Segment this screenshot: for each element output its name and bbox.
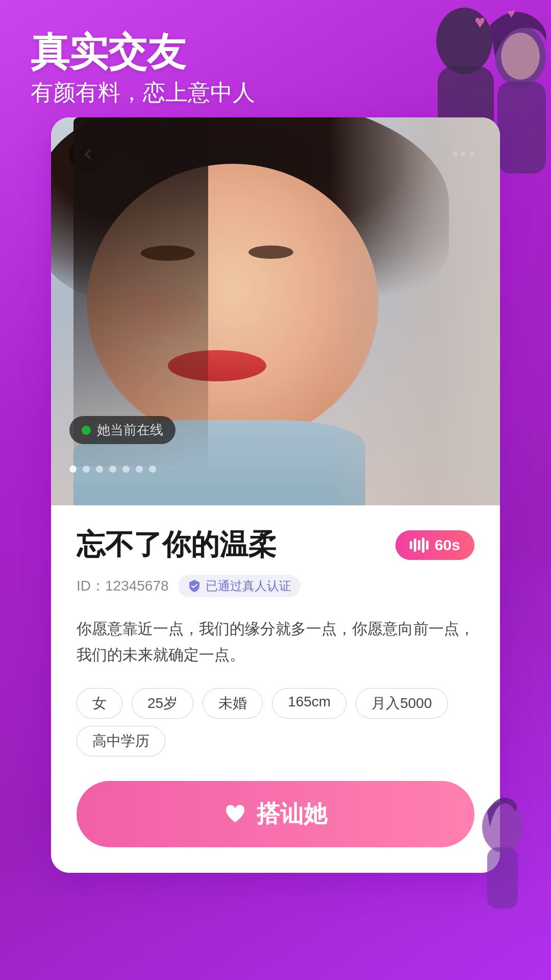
verified-text: 已通过真人认证 [206,578,291,594]
tags-row-1: 女 25岁 未婚 165cm 月入5000 [77,688,474,719]
photo-dots-pagination [69,465,156,473]
page-title: 真实交友 [31,31,255,74]
id-label: ID：12345678 [77,576,169,596]
tag-education: 高中学历 [77,726,165,756]
dot-7 [149,465,156,473]
page-subtitle: 有颜有料，恋上意中人 [31,78,255,108]
verified-badge: 已通过真人认证 [178,575,300,597]
cta-button-label: 搭讪她 [257,798,327,830]
tags-row-2: 高中学历 [77,726,474,756]
tag-gender: 女 [77,688,122,719]
id-verified-row: ID：12345678 已通过真人认证 [77,575,474,597]
profile-bio: 你愿意靠近一点，我们的缘分就多一点，你愿意向前一点，我们的未来就确定一点。 [77,616,474,668]
profile-photo-area: 她当前在线 [51,117,500,505]
voice-duration-text: 60s [435,536,460,554]
name-voice-row: 忘不了你的温柔 60s [77,526,474,565]
shield-check-icon [187,579,202,593]
tag-age: 25岁 [132,688,193,719]
profile-card: 她当前在线 忘不了你的温柔 [51,117,500,873]
dot-5 [122,465,130,473]
eye-left [141,246,195,261]
tag-height: 165cm [272,688,346,719]
tag-marital: 未婚 [203,688,263,719]
heart-icon [224,803,246,825]
tag-income: 月入5000 [356,688,447,719]
dot-4 [109,465,116,473]
dot-3 [96,465,103,473]
photo-fade-right [330,117,500,505]
dot-6 [136,465,143,473]
profile-name: 忘不了你的温柔 [77,526,277,565]
card-info-section: 忘不了你的温柔 60s ID：12345678 [51,505,500,873]
audio-waveform-icon [410,537,429,553]
voice-badge-button[interactable]: 60s [395,530,474,560]
flirt-button[interactable]: 搭讪她 [77,781,474,847]
dot-1 [69,465,77,473]
dot-2 [83,465,90,473]
header-section: 真实交友 有颜有料，恋上意中人 [31,31,255,108]
hair-strand-left [73,117,208,467]
